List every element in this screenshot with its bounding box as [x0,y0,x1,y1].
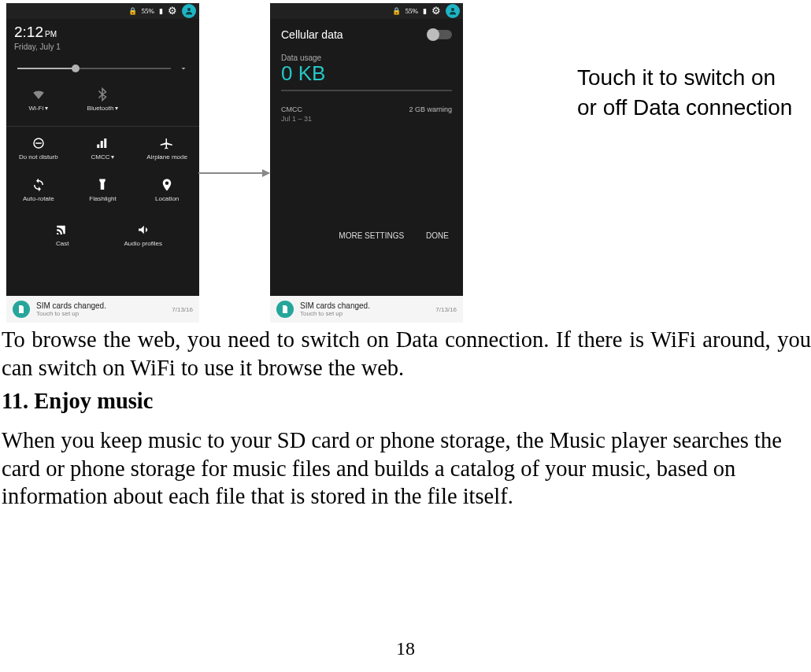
chevron-down-icon[interactable] [179,64,188,73]
tile-cast[interactable]: Cast [22,216,103,253]
battery-icon: ▮ [423,7,427,15]
divider [6,126,199,127]
clock-time: 2:12PM [14,24,191,41]
audio-label: Audio profiles [124,240,162,247]
date-range: Jul 1 – 31 [270,113,463,123]
carrier-row: CMCC 2 GB warning [270,99,463,113]
svg-point-3 [451,8,454,11]
cellular-title: Cellular data [281,28,343,41]
caret-icon: ▾ [115,105,118,112]
flashlight-icon [95,178,109,192]
battery-percent: 55% [406,7,419,15]
svg-rect-2 [35,142,42,144]
callout-text: Touch it to switch on or off Data connec… [577,63,798,123]
battery-icon: ▮ [159,7,163,15]
lock-icon: 🔒 [128,7,137,15]
paragraph-music: When you keep music to your SD card or p… [2,426,811,511]
more-settings-button[interactable]: MORE SETTINGS [339,231,404,240]
tile-dnd[interactable]: Do not disturb [6,130,71,167]
notif-title: SIM cards changed. [36,301,165,310]
battery-percent: 55% [142,7,155,15]
notif-date: 7/13/16 [172,306,193,313]
notification-bar[interactable]: SIM cards changed. Touch to set up 7/13/… [270,296,463,323]
settings-icon[interactable]: ⚙ [168,5,177,17]
tile-location[interactable]: Location [135,172,199,209]
user-avatar-icon[interactable] [182,4,196,18]
qs-row-1: Wi-Fi▾ Bluetooth▾ [6,81,199,123]
screenshots-row: 🔒 55% ▮ ⚙ 2:12PM Friday, July 1 [0,0,811,323]
brightness-fill [17,68,76,69]
tile-autorotate[interactable]: Auto-rotate [6,172,71,209]
qs-row-3: Auto-rotate Flashlight Location [6,172,199,213]
user-avatar-icon[interactable] [446,4,460,18]
cellular-header: Cellular data [270,19,463,50]
brightness-slider[interactable] [6,59,199,81]
caret-icon: ▾ [111,153,114,161]
tile-spacer [135,81,199,118]
tile-cellular[interactable]: CMCC▾ [71,130,135,167]
cmcc-label: CMCC [91,153,109,161]
page-number: 18 [0,638,811,659]
annotation-arrow [198,172,269,174]
tile-audio[interactable]: Audio profiles [103,216,184,253]
heading-enjoy-music: 11. Enjoy music [2,389,153,414]
tile-bluetooth[interactable]: Bluetooth▾ [71,81,135,118]
audio-icon [136,223,150,237]
usage-box: Data usage 0 KB [270,50,463,99]
notif-texts: SIM cards changed. Touch to set up [36,301,165,317]
phone-quick-settings: 🔒 55% ▮ ⚙ 2:12PM Friday, July 1 [6,3,199,323]
notif-date: 7/13/16 [435,306,457,313]
flashlight-label: Flashlight [89,195,116,202]
usage-bar [281,90,452,91]
svg-point-0 [187,8,191,11]
lock-icon: 🔒 [392,7,401,15]
actions-row: MORE SETTINGS DONE [270,220,463,251]
brightness-track[interactable] [17,68,171,69]
autorotate-icon [31,178,46,192]
toggle-thumb[interactable] [427,28,439,41]
notification-bar[interactable]: SIM cards changed. Touch to set up 7/13/… [6,296,199,323]
time-ampm: PM [45,30,57,39]
sim-icon [13,301,30,318]
warning-label: 2 GB warning [409,105,452,113]
done-button[interactable]: DONE [426,231,449,240]
autorotate-label: Auto-rotate [23,195,54,202]
cellular-toggle[interactable] [428,30,452,39]
brightness-thumb[interactable] [72,65,80,72]
status-bar: 🔒 55% ▮ ⚙ [270,3,463,19]
dnd-icon [31,136,46,150]
signal-icon [95,136,109,150]
phone-cellular-data: 🔒 55% ▮ ⚙ Cellular data Data usage 0 KB [270,3,463,323]
notif-sub: Touch to set up [300,310,429,317]
qs-row-2: Do not disturb CMCC▾ Airplane mode [6,130,199,172]
bluetooth-label: Bluetooth [87,105,114,112]
location-icon [160,178,174,192]
bluetooth-icon [95,87,109,102]
tile-airplane[interactable]: Airplane mode [135,130,199,167]
airplane-icon [160,136,174,150]
cast-label: Cast [56,240,69,247]
status-bar: 🔒 55% ▮ ⚙ [6,3,199,19]
tile-flashlight[interactable]: Flashlight [71,172,135,209]
qs-row-4: Cast Audio profiles [6,213,199,255]
paragraph-data-connection: To browse the web, you need to switch on… [2,326,811,382]
dnd-label: Do not disturb [19,153,58,161]
notif-sub: Touch to set up [36,310,165,317]
settings-icon[interactable]: ⚙ [431,5,441,17]
tile-wifi[interactable]: Wi-Fi▾ [6,81,71,118]
location-label: Location [155,195,179,202]
usage-value: 0 KB [281,62,452,85]
carrier-label: CMCC [281,105,302,113]
sim-icon [276,301,294,318]
time-block: 2:12PM Friday, July 1 [6,19,199,59]
date-label: Friday, July 1 [14,42,191,51]
wifi-label: Wi-Fi [29,105,44,112]
notif-title: SIM cards changed. [300,301,429,310]
airplane-label: Airplane mode [146,153,187,161]
caret-icon: ▾ [45,105,48,112]
page: 🔒 55% ▮ ⚙ 2:12PM Friday, July 1 [0,0,811,672]
wifi-icon [31,87,46,102]
time-value: 2:12 [14,24,43,40]
cast-icon [55,223,69,237]
notif-texts: SIM cards changed. Touch to set up [300,301,429,317]
